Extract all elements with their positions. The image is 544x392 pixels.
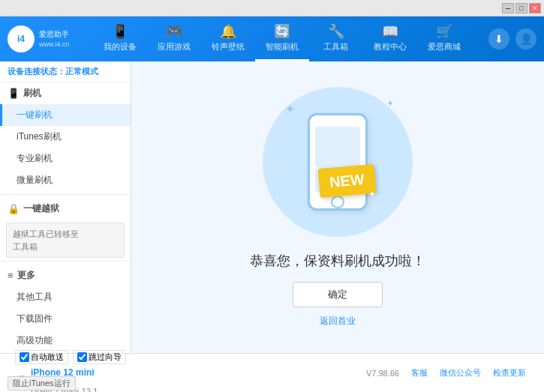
sidebar-item-other-tools[interactable]: 其他工具 <box>0 286 131 308</box>
smart-flash-icon: 🔄 <box>274 23 290 40</box>
version-text: V7.98.66 <box>366 369 399 378</box>
my-device-icon: 📱 <box>112 23 128 40</box>
skip-wizard-checkbox[interactable] <box>77 352 87 362</box>
sidebar-flash-header: 📱 刷机 <box>0 82 131 104</box>
header-right: ⬇ 👤 <box>488 28 536 49</box>
stop-itunes-button[interactable]: 阻止iTunes运行 <box>8 376 76 391</box>
header: i4 爱思助手 www.i4.cn 📱 我的设备 🎮 应用游戏 🔔 铃声壁纸 🔄… <box>0 16 544 61</box>
maximize-btn[interactable]: □ <box>515 3 527 13</box>
service-link[interactable]: 客服 <box>411 367 428 379</box>
nav-apps-games[interactable]: 🎮 应用游戏 <box>147 16 201 61</box>
sidebar: 设备连接状态：正常模式 📱 刷机 一键刷机 iTunes刷机 专业刷机 微量刷机… <box>0 61 131 353</box>
download-btn[interactable]: ⬇ <box>488 28 509 49</box>
skip-wizard-checkbox-container: 跳过向导 <box>73 350 126 364</box>
nav-toolbox[interactable]: 🔧 工具箱 <box>309 16 363 61</box>
lock-icon: 🔒 <box>8 203 20 214</box>
mall-icon: 🛒 <box>436 23 452 40</box>
sidebar-item-one-click-flash[interactable]: 一键刷机 <box>0 104 131 126</box>
sidebar-more-header: ≡ 更多 <box>0 265 131 286</box>
ringtones-icon: 🔔 <box>220 23 236 40</box>
phone-home-btn <box>331 196 344 208</box>
nav-ringtones[interactable]: 🔔 铃声壁纸 <box>201 16 255 61</box>
apps-games-icon: 🎮 <box>166 23 182 40</box>
new-badge: NEW <box>318 164 377 198</box>
toolbox-icon: 🔧 <box>328 23 344 40</box>
confirm-button[interactable]: 确定 <box>293 282 383 307</box>
sidebar-item-download-firmware[interactable]: 下载固件 <box>0 308 131 330</box>
jailbreak-note: 越狱工具已转移至 工具箱 <box>6 223 125 258</box>
minimize-btn[interactable]: ─ <box>502 3 514 13</box>
back-link[interactable]: 返回首业 <box>320 315 356 328</box>
user-btn[interactable]: 👤 <box>515 28 536 49</box>
wechat-link[interactable]: 微信公众号 <box>440 367 481 379</box>
nav-my-device[interactable]: 📱 我的设备 <box>93 16 147 61</box>
sparkle-tl-icon: ✦ <box>285 102 295 116</box>
bottom-right-section: V7.98.66 客服 微信公众号 检查更新 <box>158 367 535 379</box>
content-area: ✦ ✦ NEW 恭喜您，保资料刷机成功啦！ 确定 <box>131 61 544 353</box>
nav-tutorials[interactable]: 📖 教程中心 <box>363 16 417 61</box>
close-btn[interactable]: ✕ <box>529 3 541 13</box>
main-area: 设备连接状态：正常模式 📱 刷机 一键刷机 iTunes刷机 专业刷机 微量刷机… <box>0 61 544 353</box>
connection-status: 设备连接状态：正常模式 <box>0 61 131 82</box>
title-bar: ─ □ ✕ <box>0 0 544 16</box>
logo-text: 爱思助手 www.i4.cn <box>39 29 70 49</box>
more-section-icon: ≡ <box>8 270 14 281</box>
bottom-bar: 阻止iTunes运行 自动敢送 跳过向导 📱 iPhone 12 mini 64… <box>0 353 544 392</box>
sidebar-divider-1 <box>0 194 131 195</box>
nav-items: 📱 我的设备 🎮 应用游戏 🔔 铃声壁纸 🔄 智能刷机 🔧 工具箱 📖 教程中心… <box>75 16 488 61</box>
sidebar-jailbreak-header: 🔒 一键越狱 <box>0 198 131 220</box>
success-card: ✦ ✦ NEW 恭喜您，保资料刷机成功啦！ 确定 <box>250 87 425 328</box>
sidebar-item-pro-flash[interactable]: 专业刷机 <box>0 148 131 169</box>
flash-section-icon: 📱 <box>8 88 20 99</box>
sidebar-item-advanced[interactable]: 高级功能 <box>0 330 131 352</box>
sparkle-tr-icon: ✦ <box>386 98 394 109</box>
auto-send-checkbox[interactable] <box>20 352 29 362</box>
nav-mall[interactable]: 🛒 爱思商城 <box>417 16 471 61</box>
sidebar-item-itunes-flash[interactable]: iTunes刷机 <box>0 126 131 148</box>
auto-send-checkbox-container: 自动敢送 <box>15 350 68 364</box>
nav-smart-flash[interactable]: 🔄 智能刷机 <box>255 16 309 61</box>
phone-illustration: ✦ ✦ NEW <box>263 87 413 237</box>
update-link[interactable]: 检查更新 <box>493 367 526 379</box>
circle-bg: ✦ ✦ NEW <box>263 87 413 237</box>
sidebar-divider-2 <box>0 261 131 262</box>
tutorials-icon: 📖 <box>382 23 398 40</box>
logo-icon: i4 <box>8 25 35 52</box>
success-title: 恭喜您，保资料刷机成功啦！ <box>250 252 425 270</box>
sidebar-item-free-flash[interactable]: 微量刷机 <box>0 169 131 191</box>
checkbox-row: 自动敢送 跳过向导 <box>15 350 158 364</box>
logo-area: i4 爱思助手 www.i4.cn <box>8 25 75 52</box>
